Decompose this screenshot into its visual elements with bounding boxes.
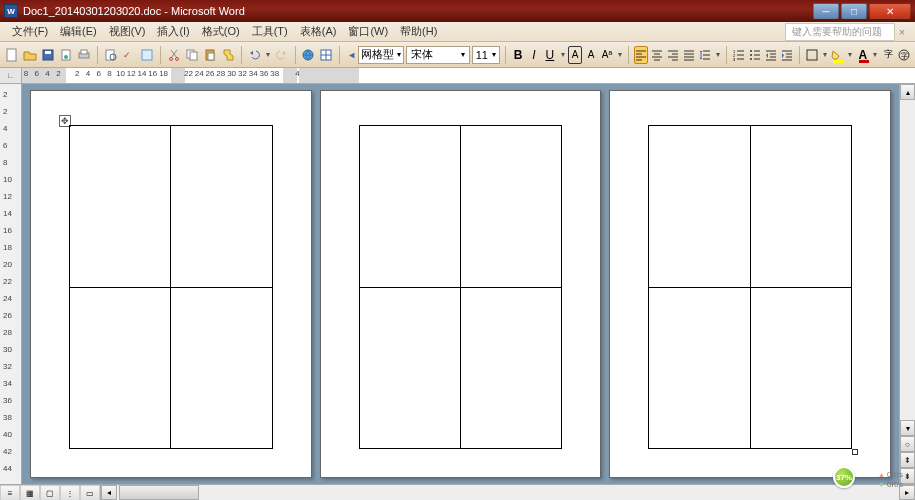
menubar: 文件(F) 编辑(E) 视图(V) 插入(I) 格式(O) 工具(T) 表格(A… [0, 22, 915, 42]
menu-window[interactable]: 窗口(W) [342, 22, 394, 41]
font-selector[interactable]: 宋体▾ [406, 46, 469, 64]
enclose-button[interactable]: 字 [897, 46, 911, 64]
char-scaling-dropdown[interactable]: ▾ [616, 50, 623, 59]
scroll-down-button[interactable]: ▾ [900, 420, 915, 436]
maximize-button[interactable]: □ [841, 3, 867, 19]
bullets-button[interactable] [748, 46, 762, 64]
highlight-button[interactable] [830, 46, 844, 64]
scroll-up-button[interactable]: ▴ [900, 84, 915, 100]
outline-view-button[interactable]: ⋮ [60, 485, 80, 500]
network-badge[interactable]: 37% [833, 466, 855, 488]
network-stats: 0K/s 0K/s [878, 470, 903, 490]
copy-button[interactable] [184, 46, 200, 64]
reading-view-button[interactable]: ▭ [80, 485, 100, 500]
line-spacing-dropdown[interactable]: ▾ [714, 50, 721, 59]
print-view-button[interactable]: ▢ [40, 485, 60, 500]
menu-edit[interactable]: 编辑(E) [54, 22, 103, 41]
normal-view-button[interactable]: ≡ [0, 485, 20, 500]
web-view-button[interactable]: ▦ [20, 485, 40, 500]
menu-file[interactable]: 文件(F) [6, 22, 54, 41]
open-button[interactable] [22, 46, 38, 64]
print-button[interactable] [76, 46, 92, 64]
table[interactable] [359, 125, 563, 449]
upload-speed: 0K/s [878, 470, 903, 480]
app-icon: W [4, 4, 18, 18]
window-titlebar: W Doc1_20140301203020.doc - Microsoft Wo… [0, 0, 915, 22]
research-button[interactable] [139, 46, 155, 64]
hyperlink-button[interactable] [300, 46, 316, 64]
font-color-dropdown[interactable]: ▾ [872, 50, 879, 59]
style-prev-icon[interactable]: ◄ [347, 50, 356, 60]
svg-text:✓: ✓ [123, 50, 131, 60]
ruler-corner[interactable]: ∟ [0, 68, 22, 83]
horizontal-scrollbar[interactable]: ◂ ▸ [101, 485, 915, 500]
increase-indent-button[interactable] [780, 46, 794, 64]
new-doc-button[interactable] [4, 46, 20, 64]
char-border-button[interactable]: A [568, 46, 582, 64]
vertical-scrollbar[interactable]: ▴ ▾ ○ ⇞ ⇟ [899, 84, 915, 484]
underline-dropdown[interactable]: ▾ [559, 50, 566, 59]
style-selector[interactable]: 网格型▾ [358, 46, 404, 64]
highlight-dropdown[interactable]: ▾ [846, 50, 853, 59]
undo-dropdown[interactable]: ▾ [264, 50, 271, 59]
svg-point-11 [169, 57, 172, 60]
vertical-ruler[interactable]: 2246810121416182022242628303234363840424… [0, 84, 22, 484]
window-title: Doc1_20140301203020.doc - Microsoft Word [23, 5, 245, 17]
menu-view[interactable]: 视图(V) [103, 22, 152, 41]
align-left-button[interactable] [634, 46, 648, 64]
horizontal-ruler[interactable]: ∟ 86422468101214161822242628303234363842… [0, 68, 915, 84]
font-size-selector[interactable]: 11▾ [472, 46, 501, 64]
scroll-left-button[interactable]: ◂ [101, 485, 117, 500]
help-search-input[interactable]: 键入需要帮助的问题 [785, 23, 895, 41]
numbering-button[interactable]: 123 [732, 46, 746, 64]
svg-point-46 [750, 50, 752, 52]
print-preview-button[interactable] [103, 46, 119, 64]
menu-help[interactable]: 帮助(H) [394, 22, 443, 41]
permission-button[interactable] [58, 46, 74, 64]
align-center-button[interactable] [650, 46, 664, 64]
borders-button[interactable] [805, 46, 819, 64]
page-3[interactable] [609, 90, 891, 478]
svg-rect-10 [142, 50, 152, 60]
line-spacing-button[interactable] [698, 46, 712, 64]
style-value: 网格型 [361, 47, 394, 62]
svg-rect-60 [807, 50, 817, 60]
hscroll-thumb[interactable] [119, 485, 199, 500]
browse-object-button[interactable]: ○ [900, 436, 915, 452]
char-shading-button[interactable]: A [584, 46, 598, 64]
menu-insert[interactable]: 插入(I) [151, 22, 195, 41]
table[interactable] [69, 125, 273, 449]
phonetic-button[interactable]: 字 [881, 46, 895, 64]
borders-dropdown[interactable]: ▾ [821, 50, 828, 59]
align-right-button[interactable] [666, 46, 680, 64]
close-button[interactable]: ✕ [869, 3, 911, 19]
minimize-button[interactable]: ─ [813, 3, 839, 19]
menubar-close-icon[interactable]: × [895, 26, 909, 38]
char-scaling-button[interactable]: Aª [600, 46, 614, 64]
font-color-button[interactable]: A [856, 46, 870, 64]
format-painter-button[interactable] [220, 46, 236, 64]
document-canvas[interactable]: ✥ [22, 84, 899, 484]
menu-format[interactable]: 格式(O) [196, 22, 246, 41]
align-justify-button[interactable] [682, 46, 696, 64]
cut-button[interactable] [166, 46, 182, 64]
tables-borders-button[interactable] [318, 46, 334, 64]
menu-tools[interactable]: 工具(T) [246, 22, 294, 41]
menu-table[interactable]: 表格(A) [294, 22, 343, 41]
table-resize-handle[interactable] [852, 449, 858, 455]
horizontal-scroll-row: ≡ ▦ ▢ ⋮ ▭ ◂ ▸ [0, 484, 915, 500]
page-1[interactable]: ✥ [30, 90, 312, 478]
page-2[interactable] [320, 90, 602, 478]
redo-button[interactable] [274, 46, 290, 64]
spellcheck-button[interactable]: ✓ [121, 46, 137, 64]
save-button[interactable] [40, 46, 56, 64]
undo-button[interactable] [246, 46, 262, 64]
table[interactable] [648, 125, 852, 449]
bold-button[interactable]: B [511, 46, 525, 64]
svg-rect-0 [7, 49, 16, 61]
prev-page-button[interactable]: ⇞ [900, 452, 915, 468]
italic-button[interactable]: I [527, 46, 541, 64]
paste-button[interactable] [202, 46, 218, 64]
decrease-indent-button[interactable] [764, 46, 778, 64]
underline-button[interactable]: U [543, 46, 557, 64]
